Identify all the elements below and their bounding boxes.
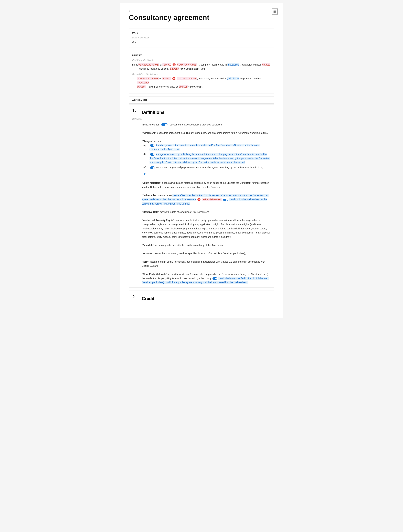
- charge-c: (c) such other charges and payable amoun…: [143, 165, 271, 170]
- charge-c-label: (c): [143, 165, 148, 170]
- schedule-text: means any schedule attached to the main …: [155, 244, 224, 247]
- definitions-title: Definitions: [142, 109, 164, 116]
- party2-address2: address: [179, 85, 188, 88]
- charges-def: "Charges" means:: [142, 140, 161, 143]
- charge-c-content: such other charges and payable amounts a…: [150, 165, 263, 170]
- move-icon-container: ⊕: [143, 171, 271, 177]
- charge-b-text: charges calculated by multiplying the st…: [150, 153, 270, 164]
- charge-a-label: (a): [143, 143, 148, 151]
- section-1-header: 1. Definitions: [132, 107, 271, 117]
- third-party-label: Third Party Materials: [143, 273, 166, 275]
- credit-section: 2. Credit: [129, 291, 274, 305]
- term-label: Term: [143, 260, 148, 263]
- def-intro-text: In this Agreement: [142, 123, 160, 126]
- party2-company-text: , a company incorporated in: [197, 77, 227, 80]
- party2-address1: address: [162, 77, 171, 80]
- term-def: "Term" means the term of this Agreement,…: [142, 260, 265, 267]
- parties-section: PARTIES First Party identification numbe…: [129, 51, 274, 93]
- section-1-number: 1.: [132, 107, 138, 114]
- party2-company-name: COMPANY NAME: [176, 77, 197, 80]
- def-num: 1.1: [132, 123, 139, 285]
- def-main-content: In this Agreement , except to the extent…: [142, 123, 271, 285]
- deliverables-or-badge: or: [197, 198, 201, 201]
- agreement-def-label: Agreement: [143, 132, 155, 134]
- party1-address2: address: [170, 67, 179, 70]
- party1-company-text: , a company incorporated in: [197, 63, 227, 66]
- party1-having-text: ) having its registered office at: [138, 67, 170, 70]
- deliverables-def: "Deliverables" means those deliverables …: [142, 194, 269, 205]
- charge-b-content: charges calculated by multiplying the st…: [150, 152, 271, 165]
- party-1-text: INDIVIDUAL NAME of address or COMPANY NA…: [138, 63, 271, 71]
- ipr-label: Intellectual Property Rights: [143, 219, 173, 222]
- party-2-text: INDIVIDUAL NAME of address or COMPANY NA…: [137, 77, 271, 89]
- definitions-section: 1. Definitions Definitions 1.1 In this A…: [129, 104, 274, 287]
- party-1-number: number: [132, 63, 138, 71]
- charge-b-label: (b): [143, 152, 148, 165]
- date-label: DATE: [132, 31, 271, 35]
- party2-jurisdiction: jurisdiction: [227, 77, 239, 80]
- page-number: 3: [129, 9, 130, 13]
- party1-individual-name: INDIVIDUAL NAME: [138, 63, 159, 66]
- document-page: 3 ▦ Consultancy agreement DATE Date of e…: [120, 3, 283, 318]
- second-party-label: Second Party identification: [132, 72, 271, 76]
- party1-address1: address: [162, 63, 171, 66]
- schedule-def: "Schedule" means any schedule attached t…: [142, 244, 224, 247]
- deliverables-define: define deliverables: [202, 198, 222, 201]
- party2-or-badge: or: [172, 77, 176, 80]
- doc-icon-button[interactable]: ▦: [272, 8, 278, 15]
- toggle-deliverables[interactable]: [223, 199, 228, 201]
- credit-header: 2. Credit: [132, 293, 271, 302]
- date-field-label: Date of execution: [132, 36, 271, 40]
- third-party-def: "Third Party Materials" means the works …: [142, 273, 269, 284]
- party-1: number INDIVIDUAL NAME of address or COM…: [132, 63, 271, 71]
- schedule-label: Schedule: [143, 244, 153, 247]
- date-section: DATE Date of execution Date: [129, 28, 274, 48]
- toggle-third-party[interactable]: [213, 277, 217, 280]
- services-def: "Services" means the consultancy service…: [142, 252, 246, 255]
- charge-b: (b) charges calculated by multiplying th…: [143, 152, 271, 165]
- party1-consultant-text: ("the Consultant"); and: [180, 67, 205, 70]
- ipr-def: "Intellectual Property Rights" means all…: [142, 219, 271, 238]
- credit-title: Credit: [142, 295, 154, 302]
- party2-having-text: ) having its registered office at: [146, 85, 178, 88]
- party1-or-badge: or: [173, 63, 176, 66]
- toggle-agreement[interactable]: [161, 123, 167, 126]
- move-icon[interactable]: ⊕: [143, 171, 146, 176]
- client-materials-def: "Client Materials" means all works and m…: [142, 182, 269, 189]
- definitions-sublabel: Definitions: [132, 117, 271, 121]
- party1-company-name: COMPANY NAME: [177, 63, 197, 66]
- party1-number: number: [262, 63, 271, 66]
- ipr-text: means all intellectual property rights w…: [142, 219, 271, 238]
- credit-number: 2.: [132, 293, 138, 301]
- doc-icon-symbol: ▦: [273, 9, 276, 14]
- charge-c-text: such other charges and payable amounts a…: [156, 166, 263, 169]
- client-materials-label: Client Materials: [143, 182, 160, 184]
- party-2: 2. INDIVIDUAL NAME of address or COMPANY…: [132, 77, 271, 89]
- deliverables-text1: means those: [158, 194, 172, 197]
- charge-a-content: the charges and other payable amounts sp…: [150, 143, 271, 151]
- agreement-label: AGREEMENT: [132, 98, 271, 102]
- def-intro-suffix: , except to the extent expressly provide…: [169, 123, 222, 126]
- party1-jurisdiction: jurisdiction: [227, 63, 239, 66]
- charges-def-label: Charges: [143, 140, 152, 143]
- effective-date-text: means the date of execution of this Agre…: [160, 211, 209, 213]
- deliverables-label: Deliverables: [143, 194, 157, 197]
- definition-1-1: 1.1 In this Agreement , except to the ex…: [132, 123, 271, 285]
- client-materials-text: means all works and materials supplied b…: [142, 182, 269, 189]
- toggle-charge-a[interactable]: [150, 144, 155, 147]
- charge-a: (a) the charges and other payable amount…: [143, 143, 271, 151]
- toggle-charge-b[interactable]: [150, 153, 155, 156]
- deliverables-italic: deliverables: [172, 194, 186, 197]
- party2-of: of: [159, 77, 162, 80]
- charge-a-text: the charges and other payable amounts sp…: [150, 144, 260, 151]
- term-text: means the term of this Agreement, commen…: [142, 260, 265, 267]
- document-title: Consultancy agreement: [129, 12, 274, 23]
- parties-label: PARTIES: [132, 54, 271, 57]
- party2-individual-name: INDIVIDUAL NAME: [137, 77, 159, 80]
- agreement-def: "Agreement" means this agreement includi…: [142, 132, 268, 134]
- party1-reg-text: (registration number: [240, 63, 262, 66]
- party-2-number: 2.: [132, 77, 137, 89]
- toggle-charge-c[interactable]: [150, 166, 155, 169]
- services-label: Services: [143, 252, 152, 255]
- effective-date-label: Effective Date: [143, 211, 158, 213]
